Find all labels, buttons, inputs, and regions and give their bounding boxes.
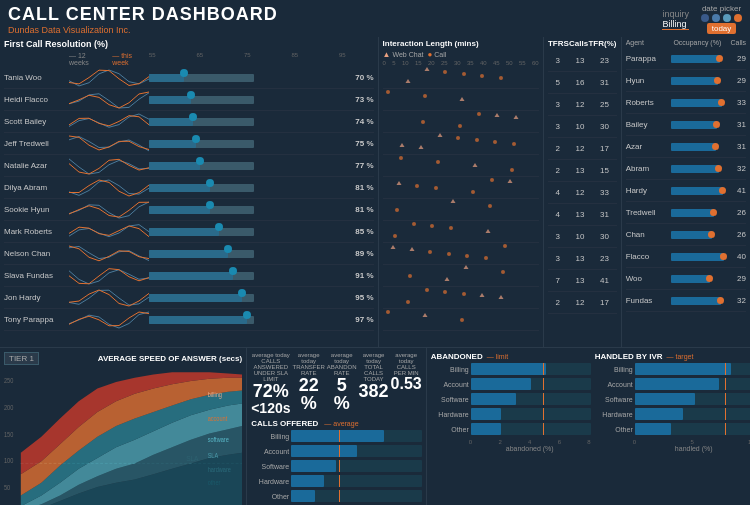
hbar-line [339, 490, 340, 502]
handled-ivr-legend: — target [667, 353, 694, 360]
tfrs-data-row: 41233 [548, 182, 617, 204]
dot-4[interactable] [734, 14, 742, 22]
abandoned-bars: Billing Account Software Hardware [431, 363, 591, 438]
svg-marker-17 [418, 145, 423, 149]
date-picker-area: date picker today [701, 4, 742, 34]
hbar-label: Billing [595, 366, 635, 373]
svg-point-22 [436, 160, 440, 164]
svg-text:SLA: SLA [208, 453, 219, 459]
svg-marker-46 [463, 265, 468, 269]
dot-3[interactable] [723, 14, 731, 22]
svg-point-18 [456, 136, 460, 140]
agent-table-row: Hardy 41 [626, 180, 746, 202]
handled-ivr-chart: HANDLED BY IVR — target Billing Account … [595, 352, 750, 505]
int-dot-row [383, 265, 539, 287]
hbar-row: Other [595, 423, 750, 435]
agent-name: Natalie Azar [4, 161, 69, 170]
tier-badge: TIER 1 [4, 352, 39, 365]
hbar-line [725, 363, 726, 375]
fcr-agent-row: Nelson Chan 89 % [4, 243, 374, 265]
sparkline [69, 223, 149, 241]
stat-abandon: average today ABANDON RATE 5 % [327, 352, 357, 416]
hbar-fill [635, 378, 719, 390]
header-tabs: inquiry Billing [662, 9, 689, 30]
at-occupancy-bar [671, 94, 724, 112]
header-title: CALL CENTER DASHBOARD Dundas Data Visual… [8, 4, 278, 35]
hbar-row: Account [251, 445, 422, 457]
svg-text:100: 100 [4, 458, 14, 464]
calls-offered-bars: Billing Account Software Hardware [251, 430, 422, 502]
abandoned-legend: — limit [487, 353, 508, 360]
hbar-fill [635, 423, 671, 435]
sparkline [69, 201, 149, 219]
at-occupancy-bar [671, 182, 724, 200]
svg-point-16 [512, 142, 516, 146]
hbar-track [471, 378, 591, 390]
fcr-bar: 73 % [149, 91, 374, 109]
svg-marker-29 [507, 179, 512, 183]
fcr-bar: 75 % [149, 135, 374, 153]
fcr-bar: 74 % [149, 113, 374, 131]
hbar-line [543, 408, 544, 420]
hbar-label: Account [431, 381, 471, 388]
tfrs-data-row: 31030 [548, 226, 617, 248]
hbar-row: Billing [595, 363, 750, 375]
at-occupancy-bar [671, 204, 724, 222]
svg-text:250: 250 [4, 378, 14, 384]
stat-sla: average today CALLS ANSWERED UNDER SLA L… [251, 352, 290, 416]
tfrs-panel: TFRS Calls TFR(%) 3132351631312253103021… [544, 37, 622, 347]
at-agent-name: Hyun [626, 76, 671, 85]
hbar-fill [471, 393, 516, 405]
tfrs-rows: 3132351631312253103021217213154123341331… [548, 50, 617, 314]
hbar-fill [291, 430, 384, 442]
fcr-bar: 91 % [149, 267, 374, 285]
dot-1[interactable] [701, 14, 709, 22]
hbar-fill [635, 363, 731, 375]
tfrs-data-row: 21217 [548, 292, 617, 314]
fcr-agent-rows: Tania Woo 70 % Heidi Flacco 73 % [4, 67, 374, 331]
fcr-panel: First Call Resolution (%) — 12 weeks — t… [0, 37, 379, 347]
hbar-label: Hardware [431, 411, 471, 418]
fcr-agent-row: Scott Bailey 74 % [4, 111, 374, 133]
agent-table-row: Azar 31 [626, 136, 746, 158]
svg-marker-52 [498, 295, 503, 299]
fcr-bar: 97 % [149, 311, 374, 329]
sparkline [69, 91, 149, 109]
handled-ivr-axis-label: handled (%) [595, 445, 750, 452]
svg-point-41 [447, 252, 451, 256]
at-calls: 29 [724, 76, 746, 85]
hbar-track [471, 423, 591, 435]
sparkline [69, 245, 149, 263]
at-calls: 26 [724, 208, 746, 217]
handled-ivr-title: HANDLED BY IVR [595, 352, 663, 361]
hbar-track [291, 475, 422, 487]
hbar-line [725, 423, 726, 435]
hbar-row: Billing [431, 363, 591, 375]
hbar-track [635, 408, 750, 420]
header: CALL CENTER DASHBOARD Dundas Data Visual… [0, 0, 750, 37]
abandoned-chart: ABANDONED — limit Billing Account Softwa… [431, 352, 591, 505]
fcr-agent-row: Mark Roberts 85 % [4, 221, 374, 243]
hbar-row: Account [431, 378, 591, 390]
svg-text:software: software [208, 437, 230, 443]
hbar-track [635, 378, 750, 390]
hbar-row: Hardware [431, 408, 591, 420]
at-calls: 33 [724, 98, 746, 107]
sparkline [69, 311, 149, 329]
svg-point-25 [490, 178, 494, 182]
tfrs-data-row: 31323 [548, 50, 617, 72]
tab-billing[interactable]: Billing [662, 19, 689, 30]
fcr-bar: 70 % [149, 69, 374, 87]
web-chat-legend: ▲ Web Chat [383, 50, 424, 59]
svg-point-54 [443, 290, 447, 294]
svg-point-30 [415, 184, 419, 188]
hbar-row: Billing [251, 430, 422, 442]
fcr-bar: 77 % [149, 157, 374, 175]
tab-inquiry[interactable]: inquiry [662, 9, 689, 19]
calls-offered-avg-legend: — average [324, 420, 358, 427]
dot-2[interactable] [712, 14, 720, 22]
company-name: Dundas Data Visualization Inc. [8, 25, 278, 35]
stat-transfer: average today TRANSFER RATE 22 % [293, 352, 325, 416]
today-button[interactable]: today [707, 23, 737, 34]
svg-point-28 [471, 190, 475, 194]
